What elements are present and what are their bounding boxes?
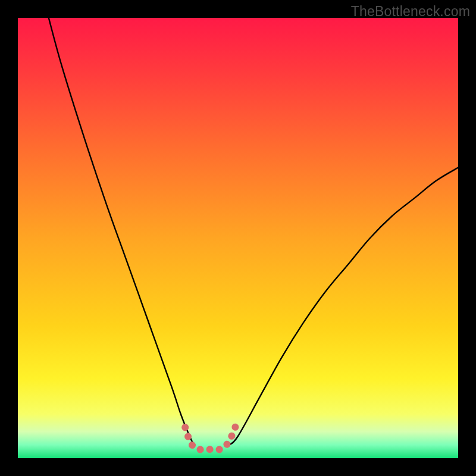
curve-layer xyxy=(18,18,458,458)
series-valley-highlight xyxy=(185,418,238,449)
plot-area xyxy=(18,18,458,458)
series-right-arm xyxy=(229,168,458,445)
chart-frame: TheBottleneck.com xyxy=(0,0,476,476)
watermark-text: TheBottleneck.com xyxy=(351,4,470,20)
series-left-arm xyxy=(49,18,194,445)
